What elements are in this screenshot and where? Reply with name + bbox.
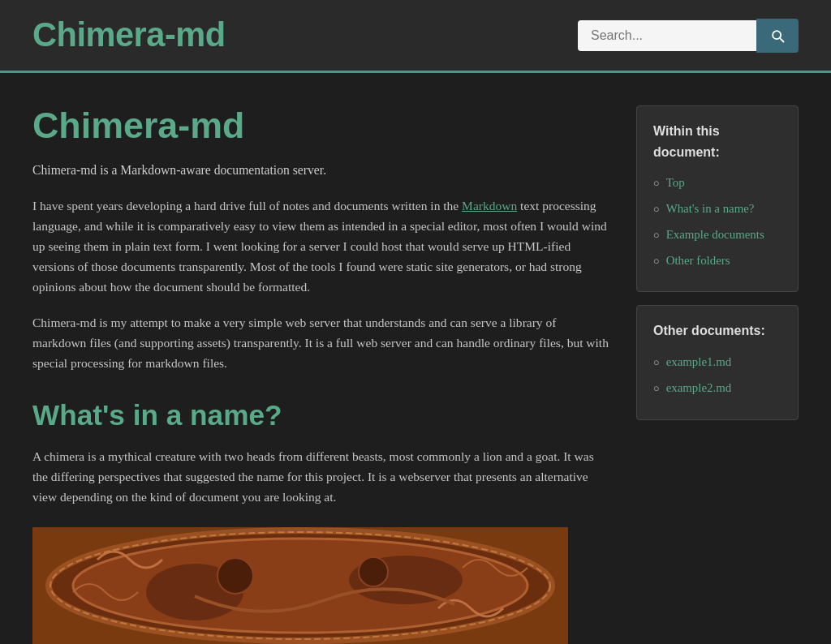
- sidebar: Within this document: ○Top○What's in a n…: [636, 105, 799, 644]
- search-form: [578, 19, 799, 53]
- page-main-title: Chimera-md: [32, 105, 612, 145]
- section-heading: What's in a name?: [32, 398, 612, 432]
- site-header: Chimera-md: [0, 0, 831, 73]
- other-list-link[interactable]: example1.md: [666, 353, 732, 372]
- list-bullet: ○: [653, 175, 660, 191]
- content-wrapper: Chimera-md Chimera-md is a Markdown-awar…: [0, 73, 831, 644]
- markdown-link[interactable]: Markdown: [462, 199, 517, 213]
- svg-point-6: [359, 557, 388, 586]
- body-text-2: Chimera-md is my attempt to make a very …: [32, 313, 612, 373]
- body1-after-link: text processing language, and while it i…: [32, 199, 607, 293]
- svg-point-5: [217, 558, 253, 594]
- other-list-link[interactable]: example2.md: [666, 379, 732, 398]
- chimera-image: [32, 527, 568, 644]
- within-list-item: ○Example documents: [653, 225, 781, 245]
- chimera-img-inner: [32, 527, 568, 644]
- list-bullet: ○: [653, 227, 660, 243]
- main-content: Chimera-md Chimera-md is a Markdown-awar…: [32, 105, 612, 644]
- other-list-item: ○example2.md: [653, 379, 781, 398]
- within-list-item: ○What's in a name?: [653, 200, 781, 219]
- within-list: ○Top○What's in a name?○Example documents…: [653, 174, 781, 270]
- other-documents-title: Other documents:: [653, 320, 781, 341]
- list-bullet: ○: [653, 354, 660, 371]
- chimera-svg: [32, 527, 568, 644]
- within-document-box: Within this document: ○Top○What's in a n…: [636, 105, 799, 292]
- list-bullet: ○: [653, 253, 660, 269]
- within-list-item: ○Other folders: [653, 251, 781, 271]
- section-text: A chimera is a mythical creature with tw…: [32, 447, 612, 507]
- within-list-item: ○Top: [653, 174, 781, 193]
- search-icon: [769, 28, 786, 44]
- list-bullet: ○: [653, 201, 660, 217]
- within-list-link[interactable]: Example documents: [666, 225, 764, 245]
- other-list: ○example1.md○example2.md: [653, 353, 781, 398]
- body1-before-link: I have spent years developing a hard dri…: [32, 199, 462, 213]
- list-bullet: ○: [653, 380, 660, 397]
- search-button[interactable]: [756, 19, 799, 53]
- within-list-link[interactable]: Top: [666, 174, 685, 193]
- search-input[interactable]: [578, 20, 756, 51]
- within-document-title: Within this document:: [653, 121, 781, 162]
- site-title: Chimera-md: [32, 8, 226, 62]
- intro-text: Chimera-md is a Markdown-aware documenta…: [32, 160, 612, 180]
- other-documents-box: Other documents: ○example1.md○example2.m…: [636, 305, 799, 419]
- within-list-link[interactable]: What's in a name?: [666, 200, 755, 219]
- body-text-1: I have spent years developing a hard dri…: [32, 196, 612, 297]
- other-list-item: ○example1.md: [653, 353, 781, 372]
- within-list-link[interactable]: Other folders: [666, 251, 730, 271]
